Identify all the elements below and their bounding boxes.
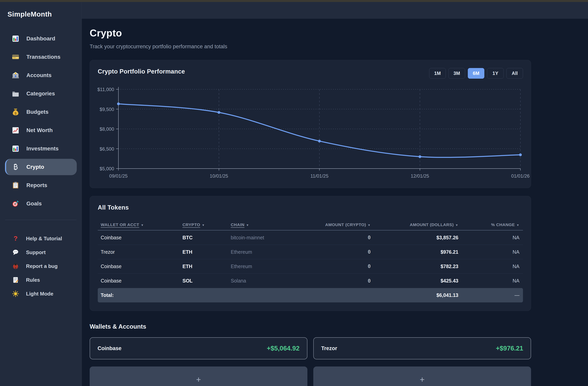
portfolio-line-chart: $11,000$9,500$8,000$6,500$5,00009/01/251…	[98, 86, 523, 179]
sidebar-item-accounts[interactable]: Accounts	[0, 67, 82, 83]
column-header-amount-crypto[interactable]: AMOUNT (CRYPTO)▼	[308, 222, 375, 227]
svg-text:01/01/26: 01/01/26	[511, 173, 529, 179]
table-row: Coinbase ETH Ethereum 0 $782.23 NA	[98, 259, 523, 274]
cell-amount-dollars: $976.21	[375, 249, 462, 255]
sidebar-item-label: Accounts	[26, 72, 52, 79]
cell-crypto: SOL	[180, 278, 228, 284]
svg-text:$: $	[15, 112, 17, 115]
wallet-cards-row: Coinbase +$5,064.92 Trezor +$976.21	[90, 337, 531, 359]
cell-crypto: ETH	[180, 249, 228, 255]
column-header-crypto[interactable]: CRYPTO▼	[180, 222, 228, 227]
cell-chain: Ethereum	[228, 264, 308, 269]
sidebar-item-label: Help & Tutorial	[26, 236, 62, 242]
table-total-row: Total: $6,041.13 —	[98, 288, 523, 302]
column-header-pct-change[interactable]: % CHANGE▼	[462, 222, 523, 227]
sort-arrow-icon: ▼	[515, 223, 519, 227]
range-button-all[interactable]: All	[506, 68, 523, 79]
svg-text:$6,500: $6,500	[100, 146, 114, 151]
wallet-amount: +$976.21	[496, 344, 523, 352]
svg-text:$11,000: $11,000	[97, 87, 114, 92]
cell-wallet: Coinbase	[98, 278, 180, 284]
sidebar-item-budgets[interactable]: $ Budgets	[0, 104, 82, 120]
page-subtitle: Track your cryptocurrency portfolio perf…	[90, 43, 531, 50]
time-range-group: 1M 3M 6M 1Y All	[429, 68, 523, 79]
sidebar-item-reports[interactable]: Reports	[0, 177, 82, 193]
cell-pct-change: NA	[462, 249, 523, 255]
memo-icon	[12, 276, 19, 284]
sidebar-item-investments[interactable]: Investments	[0, 141, 82, 156]
range-button-3m[interactable]: 3M	[448, 68, 465, 79]
sidebar-item-report-bug[interactable]: Report a bug	[0, 260, 82, 272]
speech-bubble-icon	[12, 249, 19, 256]
sidebar-item-light-mode[interactable]: Light Mode	[0, 288, 82, 300]
sidebar-item-rules[interactable]: Rules	[0, 274, 82, 286]
all-tokens-title: All Tokens	[98, 204, 523, 211]
sidebar-item-label: Support	[26, 249, 46, 256]
sidebar-item-goals[interactable]: Goals	[0, 196, 82, 212]
portfolio-card-title: Crypto Portfolio Performance	[98, 68, 185, 75]
cell-crypto: ETH	[180, 264, 228, 269]
sidebar-item-transactions[interactable]: Transactions	[0, 49, 82, 65]
plus-icon: +	[420, 376, 425, 384]
cell-chain: Ethereum	[228, 249, 308, 255]
sidebar-item-label: Categories	[26, 90, 55, 97]
column-header-amount-dollars[interactable]: AMOUNT (DOLLARS)▼	[375, 222, 462, 227]
sidebar-nav: Dashboard Transactions Accounts Categori…	[0, 31, 82, 212]
credit-card-icon	[12, 53, 19, 61]
wallet-amount: +$5,064.92	[267, 344, 299, 352]
sidebar-item-categories[interactable]: Categories	[0, 86, 82, 102]
total-label: Total:	[98, 292, 180, 298]
sidebar-item-label: Rules	[26, 277, 40, 283]
total-pct-change: —	[462, 292, 523, 298]
svg-text:10/01/25: 10/01/25	[210, 173, 228, 179]
sidebar-item-dashboard[interactable]: Dashboard	[0, 31, 82, 46]
cell-amount-crypto: 0	[308, 264, 375, 269]
svg-text:$8,000: $8,000	[100, 126, 114, 132]
content-column: Crypto Track your cryptocurrency portfol…	[82, 27, 588, 386]
sidebar-footer-nav: ? Help & Tutorial Support Report a bug	[0, 233, 82, 300]
sidebar-item-label: Net Worth	[26, 127, 53, 133]
sidebar-item-support[interactable]: Support	[0, 246, 82, 258]
range-button-6m[interactable]: 6M	[468, 68, 484, 79]
window-top-strip	[0, 0, 588, 2]
add-wallet-card[interactable]: + Add Wallet	[90, 366, 307, 386]
cell-crypto: BTC	[180, 235, 228, 240]
sidebar-divider	[5, 220, 76, 220]
cell-chain: Solana	[228, 278, 308, 284]
header-band	[82, 2, 588, 19]
money-bag-icon: $	[12, 108, 19, 116]
total-amount-dollars: $6,041.13	[375, 292, 462, 298]
range-button-1y[interactable]: 1Y	[487, 68, 504, 79]
column-header-chain[interactable]: CHAIN▼	[228, 222, 308, 227]
wallet-card-trezor[interactable]: Trezor +$976.21	[313, 337, 531, 359]
sidebar-item-label: Crypto	[26, 164, 44, 170]
cell-wallet: Coinbase	[98, 235, 180, 240]
svg-text:$5,000: $5,000	[100, 166, 114, 171]
cell-amount-crypto: 0	[308, 278, 375, 284]
crypto-page: SimpleMonth Dashboard Transactions Accou…	[0, 0, 588, 386]
table-row: Trezor ETH Ethereum 0 $976.21 NA	[98, 245, 523, 259]
portfolio-performance-card: Crypto Portfolio Performance 1M 3M 6M 1Y…	[90, 60, 531, 188]
sidebar-item-net-worth[interactable]: Net Worth	[0, 122, 82, 138]
cell-amount-dollars: $425.43	[375, 278, 462, 284]
sidebar-item-crypto[interactable]: Crypto	[5, 159, 76, 175]
line-chart-svg: $11,000$9,500$8,000$6,500$5,00009/01/251…	[98, 86, 523, 179]
column-header-wallet[interactable]: WALLET OR ACCT▼	[98, 222, 180, 227]
sort-arrow-icon: ▼	[366, 223, 371, 227]
sidebar-item-label: Investments	[26, 146, 59, 152]
cell-amount-dollars: $3,857.26	[375, 235, 462, 240]
table-row: Coinbase BTC bitcoin-mainnet 0 $3,857.26…	[98, 231, 523, 245]
range-button-1m[interactable]: 1M	[429, 68, 446, 79]
sidebar-item-label: Dashboard	[26, 36, 55, 42]
sun-icon	[12, 290, 19, 298]
bitcoin-icon	[12, 163, 19, 171]
sidebar-item-label: Light Mode	[26, 291, 53, 297]
svg-text:$9,500: $9,500	[100, 107, 114, 112]
sidebar: SimpleMonth Dashboard Transactions Accou…	[0, 2, 82, 386]
sort-arrow-icon: ▼	[245, 223, 249, 227]
wallet-card-coinbase[interactable]: Coinbase +$5,064.92	[90, 337, 307, 359]
add-wallet-card[interactable]: + Add Wallet	[313, 366, 531, 386]
wallet-name: Trezor	[321, 345, 337, 351]
sidebar-item-help-tutorial[interactable]: ? Help & Tutorial	[0, 233, 82, 244]
clipboard-icon	[12, 182, 19, 189]
